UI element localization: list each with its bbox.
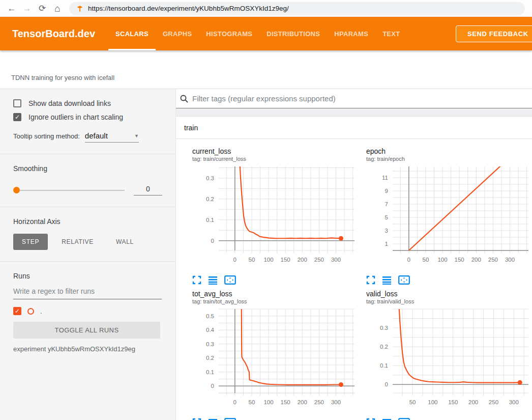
expand-chart-icon[interactable] — [366, 275, 375, 285]
axis-wall-button[interactable]: WALL — [107, 234, 142, 250]
svg-text:0: 0 — [233, 257, 237, 263]
tooltip-sorting-label: Tooltip sorting method: — [13, 132, 80, 140]
svg-text:50: 50 — [409, 399, 416, 405]
svg-text:0.5: 0.5 — [206, 313, 214, 319]
svg-text:0: 0 — [407, 257, 410, 263]
app-header: TensorBoard.dev SCALARS GRAPHS HISTOGRAM… — [0, 17, 532, 50]
browser-reload-icon[interactable]: ⟳ — [35, 2, 50, 16]
runs-list-icon[interactable] — [208, 418, 218, 420]
chart-tag: tag: train/current_loss — [192, 156, 357, 162]
svg-text:150: 150 — [455, 257, 464, 263]
line-chart-epoch[interactable]: 0501001502002503001357911 — [357, 164, 530, 272]
browser-home-icon[interactable]: ⌂ — [50, 2, 65, 16]
show-download-links-label: Show data download links — [28, 99, 111, 107]
svg-text:3: 3 — [385, 228, 388, 234]
line-chart-tot-avg-loss[interactable]: 05010015020025030000.10.20.30.40.5 — [183, 306, 356, 414]
chart-actions — [192, 417, 357, 420]
smoothing-slider-track[interactable] — [20, 190, 125, 191]
expand-chart-icon[interactable] — [192, 418, 201, 420]
svg-text:200: 200 — [298, 257, 307, 263]
send-feedback-button[interactable]: SEND FEEDBACK — [456, 25, 532, 42]
svg-text:0: 0 — [211, 383, 214, 389]
train-card: train current_loss tag: train/current_lo… — [176, 116, 532, 420]
tab-hparams[interactable]: HPARAMS — [327, 17, 375, 50]
runs-list-icon[interactable] — [382, 418, 392, 420]
svg-text:0.3: 0.3 — [380, 325, 388, 331]
smoothing-label: Smoothing — [13, 164, 162, 173]
runs-regex-input[interactable]: Write a regex to filter runs — [13, 287, 162, 299]
fit-domain-icon[interactable] — [398, 418, 410, 420]
chart-tag: tag: train/tot_avg_loss — [192, 298, 357, 304]
main-nav: SCALARS GRAPHS HISTOGRAMS DISTRIBUTIONS … — [108, 17, 407, 50]
svg-text:300: 300 — [331, 399, 341, 405]
tag-filter-input[interactable]: Filter tags (regular expressions support… — [192, 94, 336, 103]
spacer — [176, 108, 532, 116]
svg-text:11: 11 — [382, 175, 388, 181]
svg-text:9: 9 — [385, 188, 388, 194]
app-logo[interactable]: TensorBoard.dev — [12, 28, 95, 40]
expand-chart-icon[interactable] — [192, 275, 201, 285]
browser-toolbar: ← → ⟳ ⌂ https://tensorboard.dev/experime… — [0, 0, 532, 17]
browser-forward-icon[interactable]: → — [19, 2, 35, 16]
main-panel: Filter tags (regular expressions support… — [176, 89, 532, 420]
tensorboard-favicon — [76, 5, 83, 12]
svg-text:250: 250 — [314, 399, 324, 405]
svg-text:100: 100 — [263, 257, 273, 263]
axis-step-button[interactable]: STEP — [13, 234, 48, 250]
tab-scalars[interactable]: SCALARS — [108, 17, 156, 50]
svg-text:0.3: 0.3 — [206, 341, 214, 347]
experiment-id-label: experiment yKUbhb5wRmOSXYkId1z9eg — [13, 345, 162, 353]
svg-text:0.1: 0.1 — [380, 362, 388, 369]
search-icon — [180, 94, 189, 103]
tab-distributions[interactable]: DISTRIBUTIONS — [259, 17, 327, 50]
run-name: . — [40, 307, 42, 315]
line-chart-current-loss[interactable]: 05010015020025030000.10.20.3 — [183, 164, 356, 272]
smoothing-slider-handle[interactable] — [13, 187, 20, 193]
runs-section: Runs Write a regex to filter runs ✓ . TO… — [0, 262, 175, 364]
chart-current-loss: current_loss tag: train/current_loss 050… — [183, 147, 357, 286]
show-download-links-checkbox[interactable] — [13, 99, 21, 107]
run-checkbox[interactable]: ✓ — [13, 307, 21, 315]
toggle-all-runs-button[interactable]: TOGGLE ALL RUNS — [13, 322, 160, 339]
fit-domain-icon[interactable] — [224, 418, 236, 420]
fit-domain-icon[interactable] — [224, 275, 236, 285]
experiment-title-row: TDNN training for yesno with icefall — [0, 50, 532, 89]
tab-text[interactable]: TEXT — [375, 17, 407, 50]
svg-text:250: 250 — [314, 257, 324, 263]
settings-sidebar: Show data download links ✓ Ignore outlie… — [0, 89, 176, 420]
svg-text:7: 7 — [385, 201, 388, 207]
svg-text:200: 200 — [298, 399, 307, 405]
ignore-outliers-label: Ignore outliers in chart scaling — [28, 113, 123, 121]
chart-tag: tag: train/epoch — [366, 156, 531, 162]
svg-text:0.2: 0.2 — [206, 355, 214, 361]
svg-text:100: 100 — [428, 399, 437, 405]
svg-text:0: 0 — [211, 238, 214, 244]
runs-list-icon[interactable] — [208, 275, 218, 285]
tab-graphs[interactable]: GRAPHS — [156, 17, 199, 50]
svg-text:300: 300 — [331, 257, 341, 263]
svg-text:50: 50 — [423, 257, 429, 263]
horizontal-axis-label: Horizontal Axis — [13, 217, 162, 226]
tooltip-sorting-value: default — [85, 131, 108, 140]
tooltip-sorting-dropdown[interactable]: default ▼ — [85, 131, 139, 143]
axis-relative-button[interactable]: RELATIVE — [53, 234, 102, 250]
horizontal-axis-section: Horizontal Axis STEP RELATIVE WALL — [0, 207, 175, 262]
chart-title: tot_avg_loss — [192, 290, 357, 298]
tab-histograms[interactable]: HISTOGRAMS — [199, 17, 259, 50]
svg-text:0: 0 — [385, 381, 388, 387]
line-chart-valid-loss[interactable]: 5010015020025030000.10.20.3 — [357, 306, 530, 414]
url-text: https://tensorboard.dev/experiment/yKUbh… — [88, 5, 289, 12]
url-bar[interactable]: https://tensorboard.dev/experiment/yKUbh… — [69, 2, 525, 15]
dropdown-caret-icon: ▼ — [134, 133, 139, 138]
fit-domain-icon[interactable] — [398, 275, 410, 285]
browser-back-icon[interactable]: ← — [4, 2, 19, 16]
expand-chart-icon[interactable] — [366, 418, 375, 420]
svg-text:100: 100 — [437, 257, 447, 263]
train-section-header[interactable]: train — [176, 117, 532, 139]
svg-text:150: 150 — [281, 257, 290, 263]
svg-text:0.4: 0.4 — [206, 327, 215, 333]
svg-text:100: 100 — [263, 399, 273, 405]
ignore-outliers-checkbox[interactable]: ✓ — [13, 113, 21, 121]
runs-list-icon[interactable] — [382, 275, 392, 285]
smoothing-value-input[interactable]: 0 — [134, 185, 162, 195]
